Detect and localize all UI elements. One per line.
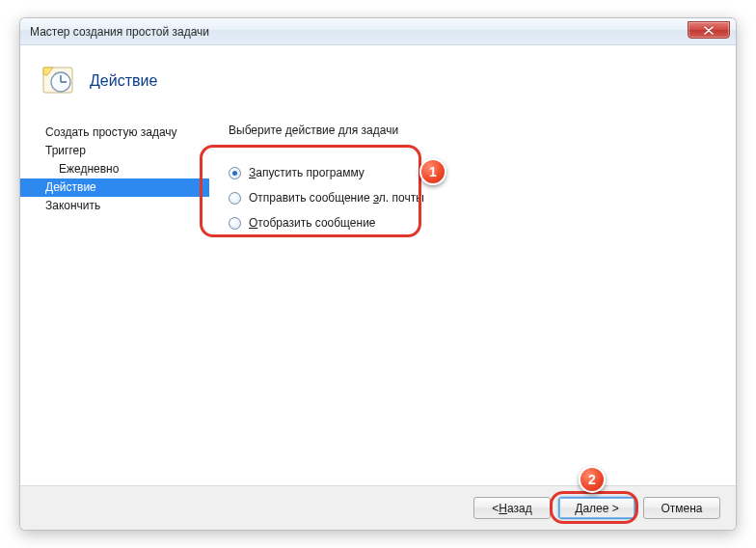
radio-label: Отправить сообщение эл. почты: [249, 191, 424, 205]
sidebar-item-create-task[interactable]: Создать простую задачу: [41, 123, 209, 142]
wizard-window: Мастер создания простой задачи Действие …: [19, 17, 737, 531]
titlebar: Мастер создания простой задачи: [20, 18, 736, 45]
wizard-footer: < Назад Далее > Отмена 2: [20, 485, 736, 530]
body: Создать простую задачу Триггер Ежедневно…: [20, 110, 736, 485]
radio-icon: [229, 192, 241, 205]
radio-label: Запустить программу: [249, 166, 364, 179]
page-title: Действие: [90, 72, 157, 90]
wizard-header: Действие: [20, 46, 736, 108]
window-title: Мастер создания простой задачи: [30, 25, 209, 39]
instruction-text: Выберите действие для задачи: [229, 123, 716, 137]
radio-icon: [229, 217, 241, 230]
back-button[interactable]: < Назад: [473, 497, 551, 519]
main-panel: Выберите действие для задачи Запустить п…: [209, 110, 736, 485]
sidebar-item-finish[interactable]: Закончить: [41, 197, 209, 215]
radio-label: Отобразить сообщение: [249, 216, 376, 230]
wizard-sidebar: Создать простую задачу Триггер Ежедневно…: [20, 110, 209, 485]
radio-send-email[interactable]: Отправить сообщение эл. почты: [229, 185, 716, 210]
sidebar-item-daily[interactable]: Ежедневно: [41, 160, 209, 178]
close-icon: [704, 26, 714, 35]
sidebar-item-trigger[interactable]: Триггер: [41, 142, 209, 160]
task-clock-icon: [41, 64, 76, 98]
client-area: Действие Создать простую задачу Триггер …: [20, 45, 736, 530]
radio-start-program[interactable]: Запустить программу: [229, 160, 716, 185]
sidebar-item-action[interactable]: Действие: [20, 178, 209, 197]
radio-icon: [229, 167, 241, 179]
cancel-button[interactable]: Отмена: [643, 497, 720, 519]
radio-display-message[interactable]: Отобразить сообщение: [229, 210, 716, 235]
close-button[interactable]: [688, 21, 730, 39]
next-button[interactable]: Далее >: [558, 497, 635, 519]
